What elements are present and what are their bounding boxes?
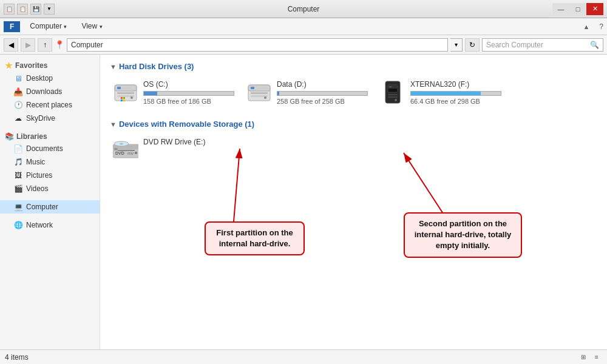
svg-text:DVD: DVD xyxy=(115,151,124,155)
search-icon[interactable]: 🔍 xyxy=(590,41,599,49)
sidebar-desktop-label: Desktop xyxy=(26,74,53,83)
title-bar: 📋 📋 💾 ▼ Computer — □ ✕ xyxy=(0,0,607,18)
content-area: ▼ Hard Disk Drives (3) xyxy=(100,55,607,349)
drive-f[interactable]: XTERNAL320 (F:) 66.4 GB free of 298 GB xyxy=(377,77,504,109)
drive-c-bar xyxy=(143,91,234,96)
hdd-arrow-icon: ▼ xyxy=(110,63,117,70)
drive-e-info: DVD RW Drive (E:) xyxy=(143,138,234,149)
drive-f-info: XTERNAL320 (F:) 66.4 GB free of 298 GB xyxy=(410,80,501,105)
sidebar-item-desktop[interactable]: 🖥 Desktop xyxy=(0,72,100,85)
sidebar-pictures-label: Pictures xyxy=(26,171,52,180)
large-icons-view-button[interactable]: ⊞ xyxy=(578,352,589,363)
sidebar-network-label: Network xyxy=(26,221,53,229)
sidebar: ★ Favorites 🖥 Desktop 📥 Downloads 🕐 Rece… xyxy=(0,55,100,349)
view-buttons: ⊞ ≡ xyxy=(578,352,602,363)
drive-e-name: DVD RW Drive (E:) xyxy=(143,138,234,146)
quick-access-icon2[interactable]: 📋 xyxy=(17,4,28,15)
recent-icon: 🕐 xyxy=(13,100,23,110)
sidebar-item-pictures[interactable]: 🖼 Pictures xyxy=(0,169,100,182)
search-box[interactable]: Search Computer 🔍 xyxy=(482,38,603,52)
drive-d[interactable]: Data (D:) 258 GB free of 258 GB xyxy=(243,77,371,109)
quick-access-dropdown[interactable]: ▼ xyxy=(44,4,55,15)
minimize-button[interactable]: — xyxy=(552,3,569,15)
address-path-text: Computer xyxy=(71,41,103,49)
removable-arrow-icon: ▼ xyxy=(110,121,117,128)
drive-c[interactable]: OS (C:) 158 GB free of 186 GB xyxy=(110,77,237,109)
documents-icon: 📄 xyxy=(13,144,23,153)
details-view-button[interactable]: ≡ xyxy=(591,352,602,363)
search-placeholder: Search Computer xyxy=(486,41,588,49)
libraries-header[interactable]: 📚 Libraries xyxy=(0,130,100,142)
dvd-svg: DVD RW xyxy=(113,138,138,163)
sidebar-item-downloads[interactable]: 📥 Downloads xyxy=(0,85,100,98)
computer-menu[interactable]: Computer ▾ xyxy=(25,19,72,34)
title-bar-quick-icons[interactable]: 📋 📋 💾 ▼ xyxy=(4,4,55,15)
sidebar-item-documents[interactable]: 📄 Documents xyxy=(0,142,100,155)
sidebar-item-videos[interactable]: 🎬 Videos xyxy=(0,182,100,195)
network-icon: 🌐 xyxy=(13,220,23,230)
svg-rect-22 xyxy=(388,96,398,98)
pictures-icon: 🖼 xyxy=(13,170,23,180)
sidebar-item-recent[interactable]: 🕐 Recent places xyxy=(0,98,100,112)
sidebar-downloads-label: Downloads xyxy=(26,87,62,96)
svg-rect-9 xyxy=(121,99,123,101)
sidebar-item-network[interactable]: 🌐 Network xyxy=(0,218,100,232)
hdd-section-header: ▼ Hard Disk Drives (3) xyxy=(110,62,597,71)
svg-rect-21 xyxy=(388,94,398,95)
sidebar-skydrive-label: SkyDrive xyxy=(26,114,55,123)
drive-f-name: XTERNAL320 (F:) xyxy=(410,80,501,89)
favorites-star-icon: ★ xyxy=(5,61,13,70)
back-button[interactable]: ◀ xyxy=(4,38,18,52)
removable-section-header: ▼ Devices with Removable Storage (1) xyxy=(110,120,597,129)
libraries-label: Libraries xyxy=(16,132,47,141)
view-menu[interactable]: View ▾ xyxy=(76,19,107,34)
location-icon[interactable]: 📍 xyxy=(55,40,64,49)
items-count: 4 items xyxy=(5,353,29,362)
svg-rect-26 xyxy=(114,148,118,150)
drive-c-info: OS (C:) 158 GB free of 186 GB xyxy=(143,80,234,105)
refresh-button[interactable]: ↻ xyxy=(465,38,480,52)
computer-icon: 💻 xyxy=(13,202,23,212)
address-path-input[interactable]: Computer xyxy=(67,38,448,52)
address-dropdown-button[interactable]: ▾ xyxy=(450,38,463,52)
forward-button[interactable]: ▶ xyxy=(21,38,35,52)
svg-rect-7 xyxy=(121,97,123,99)
quick-access-icon3[interactable]: 💾 xyxy=(30,4,41,15)
maximize-button[interactable]: □ xyxy=(569,3,586,15)
hdd-drives-grid: OS (C:) 158 GB free of 186 GB xyxy=(110,77,597,109)
annotation-text-1: First partition on the internal hard-dri… xyxy=(216,228,293,248)
svg-point-30 xyxy=(135,152,137,154)
drive-f-icon xyxy=(380,80,405,106)
hdd-section-label: Hard Disk Drives (3) xyxy=(119,62,194,71)
drive-c-icon xyxy=(113,80,138,106)
libraries-icon: 📚 xyxy=(5,132,14,141)
file-menu-button[interactable]: F xyxy=(4,21,20,32)
drive-d-size: 258 GB free of 258 GB xyxy=(277,98,368,105)
annotation-box-2: Second partition on the internal hard-dr… xyxy=(404,212,522,258)
quick-access-icon1[interactable]: 📋 xyxy=(4,4,15,15)
favorites-header[interactable]: ★ Favorites xyxy=(0,58,100,72)
skydrive-icon: ☁ xyxy=(13,113,23,123)
annotation-box-1: First partition on the internal hard-dri… xyxy=(205,221,305,255)
menu-bar: F Computer ▾ View ▾ ▲ ? xyxy=(0,18,607,35)
svg-point-16 xyxy=(264,96,266,99)
sidebar-recent-label: Recent places xyxy=(26,101,72,109)
ribbon-expand[interactable]: ▲ xyxy=(580,22,592,32)
svg-rect-10 xyxy=(123,99,125,101)
sidebar-music-label: Music xyxy=(26,158,45,166)
removable-drives-grid: DVD RW DVD RW Drive (E:) xyxy=(110,135,597,166)
sidebar-item-music[interactable]: 🎵 Music xyxy=(0,155,100,169)
window-title: Computer xyxy=(288,5,320,13)
drive-d-bar xyxy=(277,91,368,96)
help-button[interactable]: ? xyxy=(599,22,603,31)
drive-e[interactable]: DVD RW DVD RW Drive (E:) xyxy=(110,135,237,166)
file-icon: F xyxy=(10,22,14,31)
close-button[interactable]: ✕ xyxy=(586,3,603,15)
sidebar-item-computer[interactable]: 💻 Computer xyxy=(0,200,100,214)
sidebar-item-skydrive[interactable]: ☁ SkyDrive xyxy=(0,112,100,125)
drive-d-info: Data (D:) 258 GB free of 258 GB xyxy=(277,80,368,105)
window-controls[interactable]: — □ ✕ xyxy=(552,3,603,15)
address-bar: ◀ ▶ ↑ 📍 Computer ▾ ↻ Search Computer 🔍 xyxy=(0,35,607,55)
annotation-text-2: Second partition on the internal hard-dr… xyxy=(415,219,512,250)
up-button[interactable]: ↑ xyxy=(38,38,52,52)
